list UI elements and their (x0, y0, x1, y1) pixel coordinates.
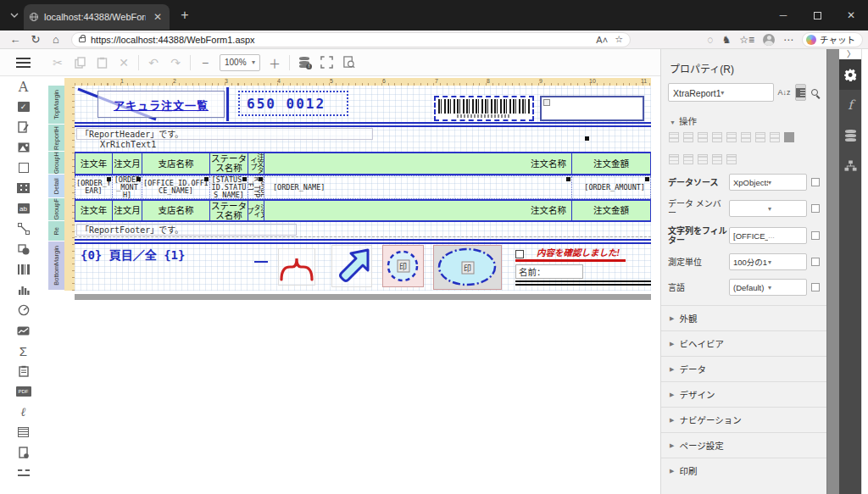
url-bar[interactable]: https://localhost:44388/WebForm1.aspx A˄… (71, 32, 631, 47)
selection-handle[interactable] (566, 177, 570, 181)
copy-button[interactable] (69, 53, 91, 73)
barcode-tool-icon[interactable] (0, 259, 47, 280)
selection-handle[interactable] (204, 177, 209, 181)
undo-button[interactable]: ↶ (142, 53, 164, 73)
sparkline-tool-icon[interactable] (0, 320, 47, 341)
name-field-control[interactable]: 名前： (515, 264, 583, 279)
section-print[interactable]: ▶印刷 (661, 458, 826, 483)
more-menu-icon[interactable]: ⋯ (783, 34, 793, 46)
align-op-icon[interactable] (683, 132, 693, 142)
footer-cell-status-name[interactable]: ステータス名称 (210, 201, 248, 220)
field-cell-order-year[interactable]: [ORDER_YEAR] (75, 176, 113, 198)
property-checkbox[interactable] (811, 178, 820, 186)
field-cell-order-month[interactable]: [ORDER_MONTH] (113, 176, 142, 198)
zoom-in-button[interactable]: ＋ (264, 53, 286, 73)
read-aloud-icon[interactable]: A˄ (596, 35, 608, 45)
extensions-icon[interactable]: ◌ (707, 34, 713, 46)
order-number-label[interactable]: 650 0012 (238, 91, 348, 116)
field-list-rail-button[interactable] (839, 120, 861, 151)
operations-section-header[interactable]: ▼操作 (661, 106, 826, 130)
header-cell-order-type[interactable]: 注文タイプ (248, 153, 264, 174)
selection-handle[interactable] (259, 177, 263, 181)
header-cell-order-year[interactable]: 注文年 (75, 153, 113, 174)
validate-bindings-button[interactable]: ! (293, 53, 315, 73)
header-cell-status-name[interactable]: ステータス名称 (210, 153, 248, 174)
pdf-content-tool-icon[interactable]: PDF (0, 381, 47, 402)
band-tab-groupheader[interactable]: GroupH (48, 152, 64, 174)
footer-cell-order-name[interactable]: 注文名称 (264, 201, 572, 220)
label-tool-icon[interactable]: A (0, 76, 47, 97)
new-tab-button[interactable]: + (176, 8, 193, 23)
measureunit-select[interactable]: 100分の1インチ▾ (729, 253, 807, 270)
shape-tool-icon[interactable] (0, 239, 47, 259)
page-break-tool-icon[interactable] (0, 463, 47, 483)
signature-tool-icon[interactable]: ℓ (0, 402, 47, 422)
section-pagesettings[interactable]: ▶ページ設定 (661, 432, 826, 458)
tab-close-icon[interactable]: ✕ (151, 11, 164, 23)
close-button[interactable]: ✕ (834, 0, 868, 31)
footer-cell-order-month[interactable]: 注文月 (113, 201, 142, 220)
align-op-icon[interactable] (712, 132, 722, 142)
band-tab-reportfooter[interactable]: Re (48, 221, 64, 241)
size-op-icon[interactable] (726, 154, 737, 164)
section-behavior[interactable]: ▶ビヘイビア (661, 330, 826, 356)
line-tool-icon[interactable] (0, 219, 47, 239)
picture-box-tool-icon[interactable] (0, 137, 47, 158)
section-design[interactable]: ▶デザイン (661, 381, 826, 407)
datamember-select[interactable]: ▾ (729, 200, 807, 217)
expressions-rail-button[interactable]: f (839, 90, 861, 120)
panel-scrollbar[interactable] (826, 49, 839, 494)
fullscreen-button[interactable] (315, 53, 337, 73)
footer-cell-office-name[interactable]: 支店名称 (142, 201, 210, 220)
back-icon[interactable]: ← (5, 33, 25, 46)
refresh-icon[interactable]: ↻ (25, 33, 46, 46)
property-checkbox[interactable] (811, 258, 820, 266)
confirm-checkbox-control[interactable] (515, 250, 524, 258)
sort-az-button[interactable]: A↓z (777, 84, 792, 101)
report-title-label[interactable]: アキュラ注文一覧 (97, 91, 225, 118)
selection-handle[interactable] (585, 136, 589, 141)
table-tool-icon[interactable] (0, 178, 47, 198)
stamp-ellipse-control[interactable]: 印 (433, 245, 502, 290)
size-op-icon[interactable] (698, 154, 708, 164)
confirm-label[interactable]: 内容を確認しました! (537, 246, 655, 258)
stamp-circle-control[interactable]: 印 (382, 245, 424, 287)
favorite-star-icon[interactable]: ☆ (615, 34, 623, 45)
brace-shape-control[interactable] (278, 248, 315, 286)
preview-button[interactable] (337, 53, 359, 73)
check-box-tool-icon[interactable]: ✓ (0, 97, 47, 117)
copilot-chat-button[interactable]: チャット (802, 32, 863, 47)
band-tab-groupfooter[interactable]: GroupF (48, 198, 64, 220)
size-op-icon[interactable] (712, 154, 722, 164)
pivot-grid-tool-icon[interactable] (0, 361, 47, 381)
language-select[interactable]: (Default)▾ (729, 279, 807, 296)
zoom-out-button[interactable]: − (194, 53, 216, 73)
redo-button[interactable]: ↷ (164, 53, 186, 73)
maximize-button[interactable] (800, 0, 834, 31)
property-checkbox[interactable] (811, 283, 820, 291)
section-navigation[interactable]: ▶ナビゲーション (661, 407, 826, 432)
field-cell-status-name[interactable]: [STATUS_ID.STATUS_NAME] (210, 176, 248, 198)
picture-box-control[interactable] (540, 96, 644, 121)
gauge-tool-icon[interactable] (0, 300, 47, 320)
selection-handle[interactable] (136, 177, 141, 181)
field-cell-office-name[interactable]: [OFFICE_ID.OFFICE_NAME] (142, 176, 210, 198)
header-cell-order-amount[interactable]: 注文金額 (572, 153, 651, 174)
band-tab-topmargin[interactable]: TopMargin (48, 86, 64, 124)
richtext-control[interactable]: XrRichText1 (100, 140, 565, 151)
header-cell-office-name[interactable]: 支店名称 (142, 153, 210, 174)
field-cell-order-type[interactable]: [ORDER_TYPE] (248, 176, 264, 198)
selection-handle[interactable] (242, 177, 247, 181)
properties-rail-button[interactable] (839, 59, 861, 90)
property-checkbox[interactable] (811, 231, 820, 240)
align-op-icon[interactable] (698, 132, 708, 142)
delete-op-icon[interactable] (784, 132, 794, 142)
browser-tab[interactable]: localhost:44388/WebForm1.aspx ✕ (24, 4, 170, 30)
page-info-control[interactable]: {0} 頁目／全 {1} (81, 246, 185, 263)
tab-search-chevron-icon[interactable] (7, 8, 22, 22)
section-appearance[interactable]: ▶外観 (661, 305, 826, 330)
summary-tool-icon[interactable]: Σ (0, 341, 47, 361)
align-op-icon[interactable] (770, 132, 780, 142)
filterstring-editor[interactable]: [OFFICE_ID.OFFICE_ID] ...… (729, 227, 807, 244)
double-line-control[interactable] (515, 280, 651, 286)
